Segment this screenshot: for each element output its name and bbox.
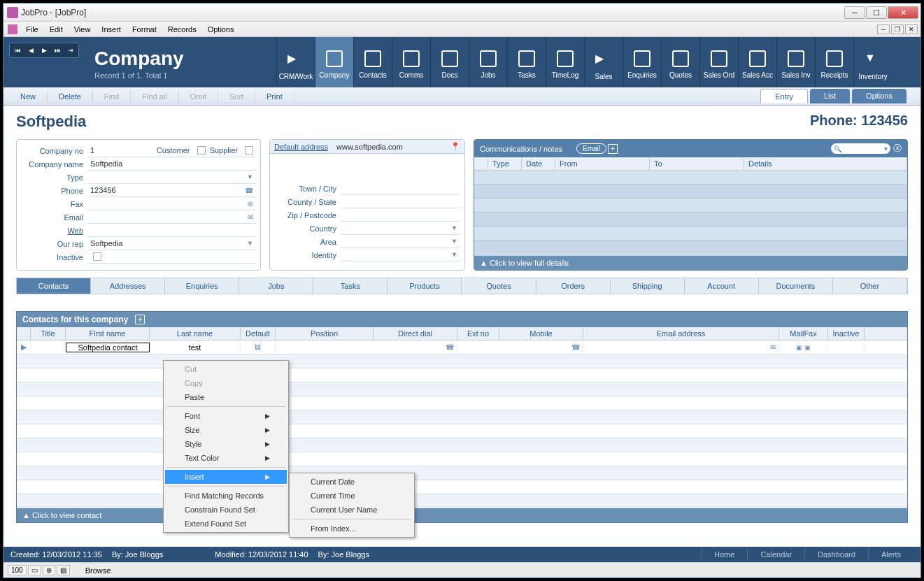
nav-comms[interactable]: Comms [392, 37, 430, 87]
menu-cut[interactable]: Cut [165, 362, 287, 376]
inactive-checkbox[interactable] [93, 252, 101, 261]
nav-docs[interactable]: Docs [430, 37, 469, 87]
comm-col-to[interactable]: To [650, 157, 744, 171]
print-button[interactable]: Print [255, 90, 294, 103]
ourrep-field[interactable]: Softpedia▼ [87, 238, 256, 250]
town-field[interactable] [341, 182, 460, 195]
menu-records[interactable]: Records [162, 23, 202, 36]
nav-salesacc[interactable]: Sales Acc [738, 37, 776, 87]
status-alerts-button[interactable]: Alerts [868, 547, 914, 561]
maximize-button[interactable]: ☐ [866, 6, 887, 19]
comm-col-from[interactable]: From [555, 157, 650, 171]
menu-paste[interactable]: Paste [165, 390, 287, 404]
menu-find-matching[interactable]: Find Matching Records [165, 489, 287, 503]
toolbar-toggle-button[interactable]: ▤ [57, 565, 70, 575]
menu-textcolor[interactable]: Text Color▶ [165, 451, 287, 465]
nav-salesord[interactable]: Sales Ord [699, 37, 738, 87]
fax-field[interactable]: ⊕ [87, 198, 256, 210]
delete-button[interactable]: Delete [48, 90, 93, 103]
comm-search-input[interactable]: ▾ [831, 143, 890, 154]
menu-extend[interactable]: Extend Found Set [165, 517, 287, 531]
subtab-jobs[interactable]: Jobs [239, 278, 313, 294]
goto-record-button[interactable]: ⇥ [64, 45, 77, 56]
prev-record-button[interactable]: ◀ [24, 45, 37, 56]
col-mailfax[interactable]: MailFax [779, 327, 828, 340]
cell-firstname[interactable]: Softpedia contact [66, 343, 150, 352]
next-record-button[interactable]: ▶ [38, 45, 50, 56]
col-email[interactable]: Email address [583, 327, 779, 340]
menu-insert[interactable]: Insert [96, 23, 127, 36]
customer-checkbox[interactable] [197, 146, 206, 155]
subtab-contacts[interactable]: Contacts [17, 278, 91, 294]
nav-sales[interactable]: ▶Sales [584, 37, 623, 87]
nav-quotes[interactable]: Quotes [661, 37, 699, 87]
findall-button[interactable]: Find all [131, 90, 178, 103]
subtab-enquiries[interactable]: Enquiries [165, 278, 239, 294]
cell-dial[interactable]: ☎ [374, 343, 457, 351]
cell-email[interactable]: ✉ [583, 343, 779, 351]
last-record-button[interactable]: ⏭ [51, 45, 64, 56]
nav-crmwork[interactable]: ▶CRM/Work [276, 37, 315, 87]
cell-default[interactable]: ⊠ [241, 343, 276, 352]
menu-font[interactable]: Font▶ [165, 409, 287, 423]
sort-button[interactable]: Sort [218, 90, 255, 103]
submenu-current-time[interactable]: Current Time [291, 489, 413, 503]
status-calendar-button[interactable]: Calendar [747, 547, 804, 561]
menu-constrain[interactable]: Constrain Found Set [165, 503, 287, 517]
nav-salesinv[interactable]: Sales Inv [776, 37, 815, 87]
county-field[interactable] [341, 196, 460, 208]
subtab-addresses[interactable]: Addresses [91, 278, 165, 294]
new-button[interactable]: New [9, 90, 48, 103]
nav-enquiries[interactable]: Enquiries [623, 37, 661, 87]
status-dashboard-button[interactable]: Dashboard [804, 547, 868, 561]
comm-footer-link[interactable]: ▲ Click to view full details [474, 256, 907, 270]
cell-mobile[interactable]: ☎ [499, 343, 583, 351]
close-button[interactable]: ✕ [888, 6, 918, 19]
tab-options[interactable]: Options [852, 89, 907, 103]
nav-company[interactable]: Company [315, 37, 353, 87]
col-position[interactable]: Position [276, 327, 374, 340]
menu-style[interactable]: Style▶ [165, 437, 287, 451]
tab-entry[interactable]: Entry [760, 89, 808, 103]
web-field[interactable] [87, 224, 256, 237]
comm-email-badge[interactable]: Email [576, 143, 606, 154]
comm-col-date[interactable]: Date [522, 157, 555, 171]
first-record-button[interactable]: ⏮ [11, 45, 24, 56]
nav-receipts[interactable]: Receipts [815, 37, 853, 87]
company-name-field[interactable]: Softpedia [87, 158, 256, 171]
comm-col-type[interactable]: Type [488, 157, 522, 171]
type-field[interactable]: ▼ [87, 171, 256, 184]
col-firstname[interactable]: First name [66, 327, 150, 340]
mdi-minimize-button[interactable]: ─ [877, 24, 890, 34]
omit-button[interactable]: Omit [179, 90, 218, 103]
menu-view[interactable]: View [69, 23, 97, 36]
subtab-orders[interactable]: Orders [536, 278, 611, 294]
menu-edit[interactable]: Edit [44, 23, 69, 36]
identity-field[interactable]: ▼ [341, 249, 460, 261]
nav-contacts[interactable]: Contacts [353, 37, 392, 87]
menu-copy[interactable]: Copy [165, 376, 287, 390]
nav-jobs[interactable]: Jobs [469, 37, 507, 87]
zoom-out-button[interactable]: ▭ [28, 565, 41, 575]
subtab-shipping[interactable]: Shipping [611, 278, 685, 294]
menu-insert-submenu[interactable]: Insert▶ [165, 470, 287, 484]
subtab-other[interactable]: Other [833, 278, 907, 294]
default-address-link[interactable]: Default address [274, 143, 328, 151]
subtab-documents[interactable]: Documents [759, 278, 833, 294]
submenu-current-date[interactable]: Current Date [291, 475, 413, 489]
minimize-button[interactable]: ─ [844, 6, 865, 19]
zoom-value[interactable]: 100 [8, 565, 27, 575]
pin-icon[interactable]: 📍 [450, 142, 460, 151]
menu-size[interactable]: Size▶ [165, 423, 287, 437]
col-mobile[interactable]: Mobile [499, 327, 583, 340]
subtab-tasks[interactable]: Tasks [313, 278, 388, 294]
default-address-value[interactable]: www.softpedia.com [336, 143, 403, 151]
find-button[interactable]: Find [93, 90, 131, 103]
company-no-field[interactable]: 1Customer Supplier [87, 145, 256, 157]
submenu-from-index[interactable]: From Index... [291, 522, 413, 536]
mdi-restore-button[interactable]: ❐ [891, 24, 904, 34]
cell-lastname[interactable]: test [150, 343, 241, 352]
menu-options[interactable]: Options [202, 23, 240, 36]
cell-inactive-checkbox[interactable] [828, 343, 865, 352]
nav-inventory[interactable]: ▼Inventory [853, 37, 892, 87]
